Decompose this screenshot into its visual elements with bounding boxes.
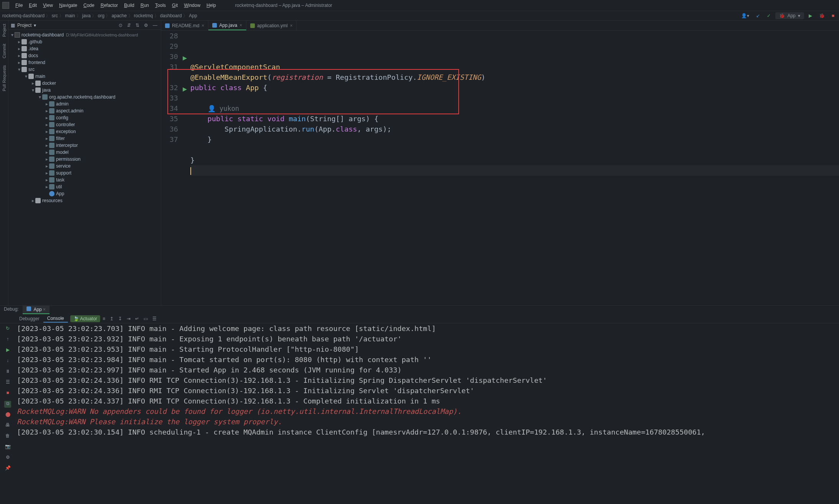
tree-item[interactable]: ▸docs: [8, 52, 161, 59]
expand-arrow-icon[interactable]: ▾: [38, 94, 42, 100]
vcs-update-icon[interactable]: ↙: [754, 12, 762, 19]
menu-view[interactable]: View: [40, 2, 56, 9]
code-line[interactable]: SpringApplication.run(App.class, args);: [190, 124, 839, 134]
tree-item[interactable]: ▸docker: [8, 80, 161, 87]
camera-icon[interactable]: 📷: [4, 444, 11, 451]
expand-arrow-icon[interactable]: ▾: [17, 67, 21, 72]
expand-arrow-icon[interactable]: ▸: [45, 101, 49, 107]
toolbar-icon[interactable]: ⇥: [124, 316, 133, 321]
code-line[interactable]: [190, 93, 839, 103]
breadcrumb-item[interactable]: rocketmq-dashboard: [2, 13, 45, 18]
editor-tab[interactable]: README.md×: [161, 21, 208, 30]
tree-item[interactable]: ▸interceptor: [8, 142, 161, 149]
menu-run[interactable]: Run: [137, 2, 152, 9]
breadcrumb-item[interactable]: apache: [112, 13, 127, 18]
breadcrumb-item[interactable]: rocketmq: [134, 13, 153, 18]
debugger-subtab[interactable]: Debugger: [15, 315, 43, 322]
menu-tools[interactable]: Tools: [152, 2, 169, 9]
run-button-icon[interactable]: ▶: [806, 12, 814, 19]
toolbar-icon[interactable]: ≡: [100, 316, 107, 321]
close-icon[interactable]: ×: [43, 307, 46, 312]
expand-arrow-icon[interactable]: ▸: [45, 177, 49, 183]
tree-item[interactable]: ▸task: [8, 176, 161, 183]
user-icon[interactable]: 👤▾: [739, 12, 751, 19]
tree-item[interactable]: ▾src: [8, 66, 161, 73]
expand-arrow-icon[interactable]: ▸: [45, 170, 49, 176]
tree-item[interactable]: ▸model: [8, 149, 161, 156]
close-icon[interactable]: ×: [201, 23, 204, 28]
tree-item[interactable]: ▸controller: [8, 121, 161, 128]
console-output[interactable]: [2023-03-05 23:02:23.703] INFO main - Ad…: [15, 323, 839, 504]
code-line[interactable]: [190, 165, 839, 176]
debug-button-icon[interactable]: 🐞: [817, 12, 827, 19]
expand-arrow-icon[interactable]: ▸: [45, 136, 49, 141]
editor-tab[interactable]: App.java×: [208, 21, 246, 30]
chevron-down-icon[interactable]: ▾: [34, 23, 36, 28]
up-icon[interactable]: ↑: [4, 336, 11, 343]
stop-button-icon[interactable]: ■: [829, 12, 837, 19]
tree-item[interactable]: ▸util: [8, 183, 161, 190]
code-line[interactable]: [190, 145, 839, 155]
code-line[interactable]: 👤 yukon: [190, 103, 839, 114]
expand-all-icon[interactable]: ⇵: [126, 23, 132, 28]
expand-arrow-icon[interactable]: ▸: [45, 184, 49, 189]
trash-icon[interactable]: 🗑: [4, 433, 11, 440]
code-line[interactable]: }: [190, 134, 839, 145]
tree-item[interactable]: ▸resources: [8, 197, 161, 204]
stop-icon[interactable]: ■: [4, 390, 11, 397]
mute-bp-icon[interactable]: ⬤: [4, 412, 11, 418]
code-line[interactable]: @EnableMBeanExport(registration = Regist…: [190, 72, 839, 82]
menu-git[interactable]: Git: [169, 2, 181, 9]
expand-arrow-icon[interactable]: ▸: [45, 108, 49, 114]
debug-session-tab[interactable]: App ×: [23, 306, 50, 314]
close-icon[interactable]: ×: [239, 23, 242, 28]
tree-item[interactable]: ▸aspect.admin: [8, 107, 161, 114]
expand-arrow-icon[interactable]: ▸: [17, 46, 21, 51]
tree-item[interactable]: ▾org.apache.rocketmq.dashboard: [8, 94, 161, 100]
tree-item[interactable]: ▾main: [8, 73, 161, 80]
breadcrumb-item[interactable]: org: [98, 13, 104, 18]
project-tree[interactable]: rocketmq-dashboard D:\MyFile\GitHub\rock…: [8, 30, 161, 305]
tree-item[interactable]: ▸service: [8, 163, 161, 170]
menu-edit[interactable]: Edit: [26, 2, 40, 9]
code-line[interactable]: public class App {: [190, 82, 839, 93]
actuator-button[interactable]: 🍃 Actuator: [70, 315, 100, 322]
expand-arrow-icon[interactable]: ▸: [45, 163, 49, 169]
menu-help[interactable]: Help: [203, 2, 219, 9]
run-config-selector[interactable]: 🐞 App ▾: [775, 12, 804, 19]
menu-build[interactable]: Build: [121, 2, 137, 9]
menu-file[interactable]: File: [12, 2, 26, 9]
resume-icon[interactable]: ▶: [4, 347, 11, 354]
tree-item[interactable]: ▸exception: [8, 128, 161, 135]
menu-code[interactable]: Code: [80, 2, 97, 9]
tool-tab-project[interactable]: Project: [2, 24, 7, 37]
tree-item[interactable]: App: [8, 190, 161, 197]
expand-arrow-icon[interactable]: ▸: [17, 39, 21, 44]
print-icon[interactable]: 🖶: [4, 422, 11, 429]
close-icon[interactable]: ×: [290, 23, 292, 28]
expand-arrow-icon[interactable]: ▸: [45, 122, 49, 127]
code-line[interactable]: }: [190, 155, 839, 165]
code-line[interactable]: @ServletComponentScan: [190, 62, 839, 72]
project-view-title[interactable]: Project: [17, 23, 31, 28]
breadcrumb-item[interactable]: dashboard: [160, 13, 182, 18]
toolbar-icon[interactable]: ↧: [116, 316, 124, 321]
expand-arrow-icon[interactable]: ▸: [45, 115, 49, 120]
run-gutter-icon[interactable]: ▶: [183, 84, 187, 94]
tree-item[interactable]: ▸frontend: [8, 59, 161, 66]
editor-tab[interactable]: application.yml×: [246, 21, 297, 30]
tree-item[interactable]: ▸.idea: [8, 45, 161, 52]
expand-arrow-icon[interactable]: ▸: [31, 198, 35, 203]
expand-arrow-icon[interactable]: ▸: [45, 156, 49, 162]
toolbar-icon[interactable]: ↵: [133, 316, 141, 321]
expand-arrow-icon[interactable]: ▸: [45, 129, 49, 134]
breadcrumb-item[interactable]: main: [65, 13, 75, 18]
expand-arrow-icon[interactable]: ▸: [17, 53, 21, 58]
tree-item[interactable]: ▸.github: [8, 38, 161, 45]
menu-window[interactable]: Window: [181, 2, 203, 9]
rerun-icon[interactable]: ↻: [4, 326, 11, 333]
breadcrumb-item[interactable]: src: [52, 13, 58, 18]
run-gutter-icon[interactable]: ▶: [183, 53, 187, 63]
expand-arrow-icon[interactable]: ▸: [45, 143, 49, 148]
step-icon[interactable]: ↓: [4, 358, 11, 365]
